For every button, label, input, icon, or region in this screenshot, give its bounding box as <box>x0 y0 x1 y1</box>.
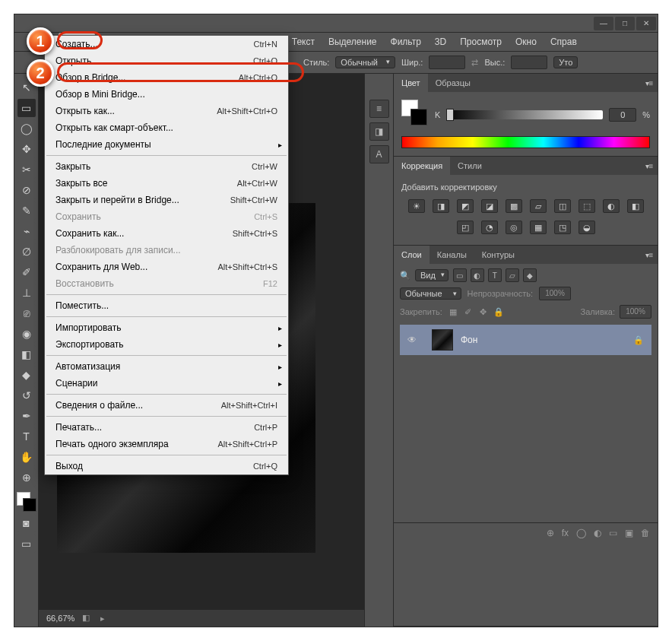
adjustment-icon[interactable]: ◒ <box>578 221 595 234</box>
menu-item[interactable]: Печатать...Ctrl+P <box>45 419 288 436</box>
menu-item[interactable]: Сценарии <box>45 375 288 392</box>
window-minimize-button[interactable]: — <box>594 17 613 30</box>
menu-item[interactable]: Закрыть всеAlt+Ctrl+W <box>45 175 288 192</box>
menu-select[interactable]: Выделение <box>322 33 384 51</box>
doc-menu-icon[interactable]: ▸ <box>100 614 105 624</box>
adjustment-icon[interactable]: ◧ <box>627 199 644 213</box>
lock-kind-icon[interactable]: 🔒 <box>493 306 505 318</box>
menu-3d[interactable]: 3D <box>428 33 453 51</box>
adjustment-icon[interactable]: ◨ <box>433 199 449 213</box>
slider-k[interactable] <box>446 110 603 119</box>
adjustment-icon[interactable]: ▩ <box>506 199 522 213</box>
lock-kind-icon[interactable]: ✐ <box>462 306 474 318</box>
tool-history-brush[interactable]: ✐ <box>17 263 36 281</box>
menu-item[interactable]: Обзор в Bridge...Alt+Ctrl+O <box>45 69 288 86</box>
tool-zoom[interactable]: ⊕ <box>17 468 36 487</box>
menu-item[interactable]: Печать одного экземпляраAlt+Shift+Ctrl+P <box>45 436 288 452</box>
layer-filter-icon[interactable]: ◆ <box>523 268 537 282</box>
lock-kind-icon[interactable]: ▦ <box>447 306 459 318</box>
panel-color-menu-icon[interactable]: ▾≡ <box>641 74 658 92</box>
menu-item[interactable]: Последние документы <box>45 136 288 153</box>
menu-item[interactable]: Закрыть и перейти в Bridge...Shift+Ctrl+… <box>45 192 288 208</box>
tool-eyedropper[interactable]: ⊘ <box>17 181 36 199</box>
adjustment-icon[interactable]: ◩ <box>457 199 474 213</box>
rail-char-icon[interactable]: A <box>369 145 389 163</box>
adjustment-icon[interactable]: ◎ <box>506 221 522 234</box>
layer-thumbnail[interactable] <box>432 329 453 351</box>
color-swatches[interactable] <box>17 492 36 512</box>
adjustment-icon[interactable]: ⬚ <box>578 199 595 213</box>
tab-color[interactable]: Цвет <box>394 74 428 92</box>
tool-lasso[interactable]: ◯ <box>17 119 36 138</box>
doc-info-icon[interactable]: ◧ <box>82 613 93 624</box>
menu-filter[interactable]: Фильтр <box>384 33 428 51</box>
rail-history-icon[interactable]: ≡ <box>369 100 389 118</box>
tool-pen[interactable]: ◆ <box>17 366 36 384</box>
layer-filter-icon[interactable]: T <box>488 268 502 282</box>
menu-type[interactable]: Текст <box>285 33 322 51</box>
adjustment-icon[interactable]: ◰ <box>457 221 474 234</box>
tool-type[interactable]: ↺ <box>17 386 36 405</box>
menu-item[interactable]: ВыходCtrl+Q <box>45 458 288 474</box>
menu-item[interactable]: Открыть как смарт-объект... <box>45 119 288 136</box>
menu-item[interactable]: Экспортировать <box>45 336 288 353</box>
panel-corrections-menu-icon[interactable]: ▾≡ <box>641 157 658 175</box>
adjustment-icon[interactable]: ▦ <box>530 221 547 234</box>
tab-channels[interactable]: Каналы <box>430 246 474 264</box>
menu-item[interactable]: Поместить... <box>45 297 288 314</box>
layer-footer-button[interactable]: fx <box>562 528 569 538</box>
tool-brush[interactable]: ⌁ <box>17 222 36 240</box>
menu-item[interactable]: ЗакрытьCtrl+W <box>45 158 288 175</box>
background-swatch[interactable] <box>23 498 36 512</box>
panel-bg-swatch[interactable] <box>410 109 427 125</box>
blend-mode-select[interactable]: Обычные <box>400 287 461 300</box>
menu-item[interactable]: Открыть...Ctrl+O <box>45 52 288 69</box>
layer-footer-button[interactable]: 🗑 <box>641 528 650 538</box>
visibility-icon[interactable]: 👁 <box>407 335 420 345</box>
menu-item[interactable]: Создать...Ctrl+N <box>45 36 288 52</box>
menu-item[interactable]: Импортировать <box>45 319 288 336</box>
rail-properties-icon[interactable]: ◨ <box>369 122 389 141</box>
adjustment-icon[interactable]: ◫ <box>554 199 571 213</box>
menu-item[interactable]: Сохранить для Web...Alt+Shift+Ctrl+S <box>45 259 288 275</box>
menu-item[interactable]: Сохранить как...Shift+Ctrl+S <box>45 225 288 242</box>
lock-kind-icon[interactable]: ✥ <box>477 306 490 318</box>
menu-help[interactable]: Справ <box>544 33 584 51</box>
tool-hand[interactable]: ✋ <box>17 448 36 466</box>
tool-marquee[interactable]: ▭ <box>17 99 36 117</box>
quickmask-toggle[interactable]: ◙ <box>17 514 36 532</box>
options-refine-button[interactable]: Уто <box>553 56 578 68</box>
tool-wand[interactable]: ✥ <box>17 140 36 158</box>
layer-footer-button[interactable]: ◯ <box>576 528 586 538</box>
tab-swatches[interactable]: Образцы <box>428 74 478 92</box>
layer-filter-icon[interactable]: ▭ <box>453 268 467 282</box>
panel-layers-menu-icon[interactable]: ▾≡ <box>641 246 658 264</box>
opacity-value[interactable]: 100% <box>539 287 571 300</box>
tool-dodge[interactable]: ◧ <box>17 345 36 363</box>
menu-item[interactable]: Сведения о файле...Alt+Shift+Ctrl+I <box>45 397 288 414</box>
tool-heal[interactable]: ✎ <box>17 202 36 220</box>
menu-item[interactable]: Обзор в Mini Bridge... <box>45 86 288 103</box>
tool-eraser[interactable]: ⊥ <box>17 284 36 302</box>
layer-footer-button[interactable]: ◐ <box>594 528 601 538</box>
adjustment-icon[interactable]: ◐ <box>603 199 620 213</box>
options-width-field[interactable] <box>429 56 465 69</box>
layer-footer-button[interactable]: ⊕ <box>547 528 554 538</box>
tab-layers[interactable]: Слои <box>394 246 430 264</box>
layer-filter-select[interactable]: Вид <box>415 269 449 281</box>
window-close-button[interactable]: ✕ <box>636 17 656 30</box>
menu-view[interactable]: Просмотр <box>453 33 509 51</box>
tab-corrections[interactable]: Коррекция <box>394 157 450 175</box>
fill-value[interactable]: 100% <box>620 305 651 319</box>
tab-paths[interactable]: Контуры <box>474 246 522 264</box>
tool-shape[interactable]: T <box>17 427 36 446</box>
tool-stamp[interactable]: ∅ <box>17 243 36 261</box>
options-style-select[interactable]: Обычный <box>335 56 395 68</box>
window-maximize-button[interactable]: □ <box>615 17 635 30</box>
tool-blur[interactable]: ◉ <box>17 325 36 343</box>
adjustment-icon[interactable]: ▱ <box>530 199 547 213</box>
layer-footer-button[interactable]: ▣ <box>625 528 633 538</box>
adjustment-icon[interactable]: ◳ <box>554 221 571 234</box>
layer-footer-button[interactable]: ▭ <box>609 528 617 538</box>
panel-color-swatches[interactable] <box>401 100 427 125</box>
